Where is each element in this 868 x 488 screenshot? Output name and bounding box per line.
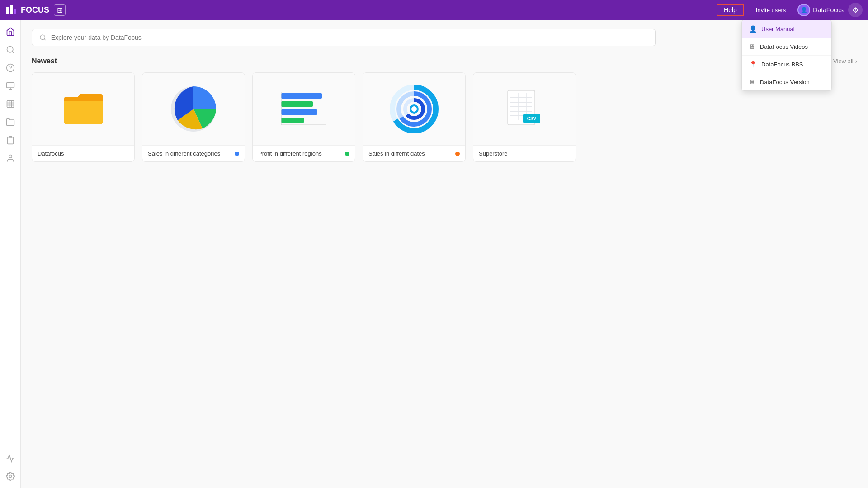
svg-rect-10 [7, 101, 14, 108]
svg-rect-2 [14, 9, 16, 14]
topbar-left: FOCUS ⊞ [5, 4, 66, 16]
dropdown-item-user-manual[interactable]: 👤 User Manual [742, 20, 831, 38]
card-title-sales-categories: Sales in different categories [148, 150, 220, 157]
topbar: FOCUS ⊞ Help Invite users 👤 DataFocus ⚙ [0, 0, 868, 20]
user-menu[interactable]: 👤 DataFocus [797, 4, 844, 16]
user-manual-icon: 👤 [749, 25, 757, 33]
card-footer-datafocus: Datafocus [32, 145, 134, 161]
svg-rect-0 [6, 7, 9, 14]
svg-line-4 [12, 52, 14, 53]
card-title-superstore: Superstore [479, 150, 508, 157]
svg-point-34 [411, 106, 417, 112]
svg-point-17 [9, 475, 11, 478]
svg-rect-15 [9, 137, 12, 138]
bbs-icon: 📍 [749, 61, 757, 68]
card-preview-superstore: CSV [473, 73, 576, 145]
version-icon: 🖥 [749, 78, 755, 85]
svg-point-18 [40, 35, 45, 39]
svg-rect-7 [6, 83, 14, 88]
bbs-label: DataFocus BBS [761, 61, 803, 68]
section-title: Newest [32, 57, 57, 65]
status-dot-sales-dates [455, 152, 460, 156]
status-dot-profit-regions [345, 152, 349, 156]
svg-text:CSV: CSV [527, 116, 537, 121]
card-preview-sales-dates [363, 73, 465, 145]
card-superstore[interactable]: CSV Superstore [473, 72, 576, 162]
bar-chart-icon [277, 89, 331, 129]
card-footer-sales-dates: Sales in differnt dates [363, 145, 465, 161]
card-title-profit-regions: Profit in different regions [258, 150, 322, 157]
version-label: DataFocus Version [760, 79, 810, 85]
dropdown-item-version[interactable]: 🖥 DataFocus Version [742, 73, 831, 90]
card-footer-profit-regions: Profit in different regions [253, 145, 355, 161]
sidebar-item-search[interactable] [2, 42, 19, 58]
card-title-datafocus: Datafocus [38, 150, 64, 157]
sidebar-item-monitor[interactable] [2, 78, 19, 94]
topbar-settings-button[interactable]: ⚙ [848, 3, 863, 17]
dropdown-item-videos[interactable]: 🖥 DataFocus Videos [742, 38, 831, 56]
videos-label: DataFocus Videos [760, 43, 808, 50]
card-preview-profit-regions [253, 73, 355, 145]
svg-point-16 [9, 155, 12, 158]
user-name: DataFocus [813, 6, 844, 14]
view-all-label: View all [833, 58, 854, 65]
sidebar-item-folder[interactable] [2, 114, 19, 130]
svg-rect-23 [281, 109, 317, 115]
svg-rect-22 [281, 101, 313, 107]
card-datafocus[interactable]: Datafocus [32, 72, 135, 162]
sidebar-item-home[interactable] [2, 24, 19, 40]
app-name: FOCUS [21, 5, 49, 15]
topbar-right: Help Invite users 👤 DataFocus ⚙ [717, 3, 863, 17]
status-dot-sales-categories [235, 152, 239, 156]
search-icon [39, 34, 47, 41]
card-sales-dates[interactable]: Sales in differnt dates [363, 72, 466, 162]
card-footer-superstore: Superstore [473, 145, 576, 161]
user-avatar: 👤 [797, 4, 810, 16]
help-dropdown: 👤 User Manual 🖥 DataFocus Videos 📍 DataF… [741, 20, 832, 91]
cards-row: Datafocus Sales in d [32, 72, 857, 162]
chevron-right-icon: › [855, 58, 857, 65]
sidebar-item-table[interactable] [2, 96, 19, 112]
svg-rect-21 [281, 93, 322, 99]
card-preview-datafocus [32, 73, 134, 145]
svg-rect-1 [10, 5, 13, 14]
card-sales-categories[interactable]: Sales in different categories [142, 72, 245, 162]
svg-rect-24 [281, 118, 304, 123]
donut-chart-icon [389, 84, 439, 134]
logo-icon [5, 4, 18, 16]
card-title-sales-dates: Sales in differnt dates [368, 150, 425, 157]
sidebar-item-help[interactable] [2, 60, 19, 76]
add-tab-button[interactable]: ⊞ [54, 4, 66, 16]
pie-chart-icon [169, 84, 218, 134]
card-preview-sales-categories [142, 73, 245, 145]
help-button[interactable]: Help [717, 4, 744, 16]
user-manual-label: User Manual [761, 26, 795, 33]
card-profit-regions[interactable]: Profit in different regions [252, 72, 355, 162]
logo: FOCUS [5, 4, 49, 16]
main-content: Newest View all › Datafocus [21, 20, 868, 488]
sidebar [0, 20, 21, 488]
sidebar-item-user[interactable] [2, 150, 19, 166]
videos-icon: 🖥 [749, 43, 755, 50]
sidebar-item-clipboard[interactable] [2, 132, 19, 148]
invite-users-button[interactable]: Invite users [749, 4, 793, 17]
view-all-link[interactable]: View all › [833, 58, 857, 65]
svg-point-3 [7, 47, 13, 52]
dropdown-item-bbs[interactable]: 📍 DataFocus BBS [742, 56, 831, 73]
section-header: Newest View all › [32, 57, 857, 65]
sidebar-item-analytics[interactable] [2, 450, 19, 466]
csv-icon: CSV [504, 89, 545, 129]
card-footer-sales-categories: Sales in different categories [142, 145, 245, 161]
search-input[interactable] [51, 34, 648, 41]
folder-icon [64, 93, 103, 125]
sidebar-item-settings[interactable] [2, 468, 19, 484]
add-icon: ⊞ [57, 6, 63, 14]
search-bar [32, 29, 656, 46]
svg-line-19 [44, 39, 46, 40]
